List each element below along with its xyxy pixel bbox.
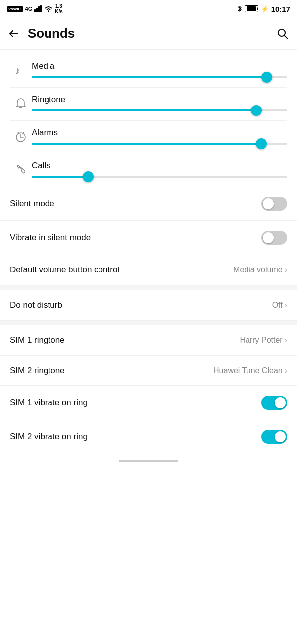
vibrate-silent-toggle[interactable] xyxy=(261,231,287,245)
vibrate-silent-label: Vibrate in silent mode xyxy=(10,233,91,243)
media-slider-thumb xyxy=(261,72,272,83)
volume-button-value: Media volume › xyxy=(233,266,287,274)
toggle-settings-section: Silent mode Vibrate in silent mode Defau… xyxy=(0,187,297,285)
calls-label: Calls xyxy=(32,161,287,171)
media-label: Media xyxy=(32,61,287,71)
alarms-label: Alarms xyxy=(32,128,287,138)
calls-slider-thumb xyxy=(83,171,94,182)
volume-content-ringtone: Ringtone xyxy=(32,95,287,111)
back-button[interactable] xyxy=(8,28,20,40)
group-separator-1 xyxy=(0,285,297,290)
sim1-vibrate-knob xyxy=(275,397,286,408)
sim2-vibrate-row[interactable]: SIM 2 vibrate on ring xyxy=(0,420,297,454)
silent-mode-row[interactable]: Silent mode xyxy=(0,187,297,221)
sim2-chevron-icon: › xyxy=(285,366,287,375)
sim1-vibrate-label: SIM 1 vibrate on ring xyxy=(10,398,88,408)
charging-icon: ⚡ xyxy=(261,5,269,13)
clock-icon xyxy=(10,128,32,144)
volume-button-label: Default volume button control xyxy=(10,265,119,275)
ringtone-slider-fill xyxy=(32,109,256,111)
volume-button-row[interactable]: Default volume button control Media volu… xyxy=(0,255,297,285)
bell-icon xyxy=(10,95,32,110)
bluetooth-icon xyxy=(237,5,242,13)
phone-icon xyxy=(10,161,32,177)
sim2-ringtone-label: SIM 2 ringtone xyxy=(10,366,65,376)
sim2-ringtone-value: Huawei Tune Clean › xyxy=(213,366,287,375)
status-right: ⚡ 10:17 xyxy=(237,5,290,13)
volume-item-alarms: Alarms xyxy=(0,121,297,154)
sim1-vibrate-row[interactable]: SIM 1 vibrate on ring xyxy=(0,386,297,420)
ringtone-slider-thumb xyxy=(251,105,262,116)
dnd-chevron-icon: › xyxy=(285,301,287,310)
calls-slider-track[interactable] xyxy=(32,176,287,178)
sim2-ringtone-row[interactable]: SIM 2 ringtone Huawei Tune Clean › xyxy=(0,356,297,386)
vowifi-indicator: VoWIFi xyxy=(7,6,23,12)
sim2-vibrate-toggle[interactable] xyxy=(261,430,287,444)
volume-content-alarms: Alarms xyxy=(32,128,287,145)
svg-line-12 xyxy=(22,132,24,133)
volume-item-ringtone: Ringtone xyxy=(0,88,297,120)
media-slider-fill xyxy=(32,76,267,78)
volume-content-calls: Calls xyxy=(32,161,287,178)
sim1-ringtone-value: Harry Potter › xyxy=(240,336,287,345)
network-speed: 1.3K/s xyxy=(55,3,63,14)
sim1-ringtone-row[interactable]: SIM 1 ringtone Harry Potter › xyxy=(0,325,297,356)
home-indicator xyxy=(0,454,297,466)
sim-settings-section: SIM 1 ringtone Harry Potter › SIM 2 ring… xyxy=(0,325,297,454)
media-slider-track[interactable] xyxy=(32,76,287,78)
sim2-vibrate-knob xyxy=(275,431,286,442)
search-button[interactable] xyxy=(276,27,289,40)
sim1-chevron-icon: › xyxy=(285,336,287,345)
dnd-value: Off › xyxy=(272,301,287,310)
dnd-label: Do not disturb xyxy=(10,300,62,310)
home-bar xyxy=(119,460,178,462)
svg-line-11 xyxy=(18,132,19,133)
svg-text:♪: ♪ xyxy=(15,64,20,77)
calls-slider-fill xyxy=(32,176,88,178)
signal-4g: 4G xyxy=(25,6,33,12)
ringtone-slider-track[interactable] xyxy=(32,109,287,111)
sim1-vibrate-toggle[interactable] xyxy=(261,396,287,410)
silent-mode-knob xyxy=(263,198,274,209)
app-bar: Sounds xyxy=(0,18,297,50)
volume-content-media: Media xyxy=(32,61,287,78)
ringtone-label: Ringtone xyxy=(32,95,287,105)
dnd-row[interactable]: Do not disturb Off › xyxy=(0,290,297,321)
svg-rect-2 xyxy=(38,6,40,12)
status-bar: VoWIFi 4G 1.3K/s ⚡ 10:17 xyxy=(0,0,297,18)
alarms-slider-thumb xyxy=(256,138,267,149)
chevron-right-icon: › xyxy=(285,266,287,274)
volume-item-calls: Calls xyxy=(0,154,297,187)
battery-indicator xyxy=(245,5,258,13)
sim2-vibrate-label: SIM 2 vibrate on ring xyxy=(10,432,88,442)
silent-mode-toggle[interactable] xyxy=(261,197,287,211)
svg-rect-1 xyxy=(36,8,38,12)
page-title: Sounds xyxy=(28,26,276,41)
time-display: 10:17 xyxy=(271,5,290,13)
status-left: VoWIFi 4G 1.3K/s xyxy=(7,3,63,14)
silent-mode-label: Silent mode xyxy=(10,199,54,209)
group-separator-2 xyxy=(0,321,297,325)
vibrate-silent-row[interactable]: Vibrate in silent mode xyxy=(0,221,297,255)
wifi-icon xyxy=(44,5,53,12)
volume-section: ♪ Media Ringtone xyxy=(0,50,297,187)
signal-bars-icon xyxy=(34,5,42,12)
sim1-ringtone-label: SIM 1 ringtone xyxy=(10,335,65,345)
vibrate-silent-knob xyxy=(263,232,274,243)
alarms-slider-track[interactable] xyxy=(32,143,287,145)
music-icon: ♪ xyxy=(10,61,32,77)
dnd-section: Do not disturb Off › xyxy=(0,290,297,321)
volume-item-media: ♪ Media xyxy=(0,54,297,87)
svg-rect-3 xyxy=(40,5,42,12)
alarms-slider-fill xyxy=(32,143,261,145)
svg-line-5 xyxy=(285,35,288,39)
svg-rect-0 xyxy=(34,9,36,12)
